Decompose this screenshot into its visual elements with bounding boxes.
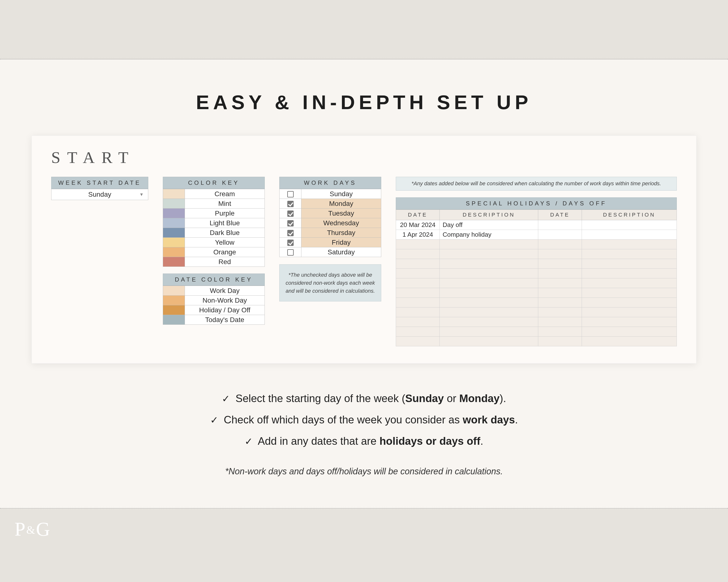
checkbox-icon xyxy=(287,230,294,236)
holidays-table: DATE DESCRIPTION DATE DESCRIPTION 20 Mar… xyxy=(396,210,677,346)
holiday-row-empty[interactable] xyxy=(396,307,677,317)
footnote: *Non-work days and days off/holidays wil… xyxy=(0,466,728,476)
color-swatch xyxy=(163,247,185,257)
work-day-row: Sunday xyxy=(280,189,381,199)
checkbox-icon xyxy=(287,220,294,226)
color-key-row: Light Blue xyxy=(163,218,265,228)
color-label: Cream xyxy=(185,189,265,199)
work-day-label: Friday xyxy=(302,238,381,247)
check-icon: ✓ xyxy=(210,415,218,425)
check-icon: ✓ xyxy=(222,393,230,404)
work-day-row: Monday xyxy=(280,199,381,209)
color-swatch xyxy=(163,315,185,325)
check-icon: ✓ xyxy=(244,436,253,447)
holidays-top-note: *Any dates added below will be considere… xyxy=(396,177,677,191)
color-key-row: Yellow xyxy=(163,238,265,247)
bottom-band: P&G xyxy=(0,508,728,547)
work-day-row: Tuesday xyxy=(280,209,381,218)
work-day-label: Sunday xyxy=(302,189,381,199)
color-key-row: Orange xyxy=(163,247,265,257)
holiday-desc[interactable]: Company holiday xyxy=(440,230,538,239)
work-day-checkbox-cell[interactable] xyxy=(280,228,302,238)
date-color-key-table: Work Day Non-Work Day Holiday / Day Off … xyxy=(163,286,265,325)
work-day-label: Tuesday xyxy=(302,209,381,218)
work-day-checkbox-cell[interactable] xyxy=(280,199,302,209)
color-key-row: Dark Blue xyxy=(163,228,265,238)
color-swatch xyxy=(163,286,185,296)
holiday-row-empty[interactable] xyxy=(396,336,677,346)
color-swatch xyxy=(163,189,185,199)
holiday-row-empty[interactable] xyxy=(396,288,677,298)
date-color-label: Work Day xyxy=(185,286,265,296)
holidays-col-desc: DESCRIPTION xyxy=(440,210,538,220)
page-title: EASY & IN-DEPTH SET UP xyxy=(0,81,728,136)
holiday-row-empty[interactable] xyxy=(396,259,677,269)
week-start-header: WEEK START DATE xyxy=(51,177,148,189)
color-label: Dark Blue xyxy=(185,228,265,238)
holiday-date[interactable]: 1 Apr 2024 xyxy=(396,230,440,239)
color-key-header: COLOR KEY xyxy=(163,177,265,189)
chevron-down-icon: ▼ xyxy=(139,192,144,197)
work-day-checkbox-cell[interactable] xyxy=(280,218,302,228)
work-day-row: Wednesday xyxy=(280,218,381,228)
holiday-desc[interactable] xyxy=(582,230,677,239)
checkbox-icon xyxy=(287,201,294,207)
work-day-checkbox-cell[interactable] xyxy=(280,189,302,199)
checkbox-icon xyxy=(287,249,294,256)
work-days-table: Sunday Monday Tuesday Wednesday Thursday… xyxy=(279,189,381,257)
date-color-label: Holiday / Day Off xyxy=(185,305,265,315)
work-days-header: WORK DAYS xyxy=(279,177,381,189)
holidays-col-date2: DATE xyxy=(538,210,582,220)
brand-logo: P&G xyxy=(15,518,50,540)
work-day-label: Thursday xyxy=(302,228,381,238)
date-color-key-header: DATE COLOR KEY xyxy=(163,274,265,286)
week-start-select[interactable]: Sunday ▼ xyxy=(51,189,148,200)
holiday-row-empty[interactable] xyxy=(396,249,677,259)
work-day-row: Thursday xyxy=(280,228,381,238)
work-day-checkbox-cell[interactable] xyxy=(280,209,302,218)
holiday-date[interactable] xyxy=(538,230,582,239)
color-key-row: Cream xyxy=(163,189,265,199)
checkbox-icon xyxy=(287,240,294,246)
work-day-label: Monday xyxy=(302,199,381,209)
date-color-label: Today's Date xyxy=(185,315,265,325)
color-label: Light Blue xyxy=(185,218,265,228)
bullet-1: ✓ Select the starting day of the week (S… xyxy=(97,388,631,409)
color-key-row: Purple xyxy=(163,209,265,218)
work-day-label: Saturday xyxy=(302,247,381,257)
color-label: Yellow xyxy=(185,238,265,247)
feature-bullets: ✓ Select the starting day of the week (S… xyxy=(97,388,631,452)
date-color-key-row: Today's Date xyxy=(163,315,265,325)
holiday-row-empty[interactable] xyxy=(396,298,677,307)
holiday-row[interactable]: 1 Apr 2024 Company holiday xyxy=(396,230,677,239)
holiday-row[interactable]: 20 Mar 2024 Day off xyxy=(396,220,677,230)
color-key-column: COLOR KEY Cream Mint Purple Light Blue D… xyxy=(163,177,265,325)
holiday-row-empty[interactable] xyxy=(396,327,677,336)
week-start-column: WEEK START DATE Sunday ▼ xyxy=(51,177,148,200)
color-swatch xyxy=(163,296,185,305)
bullet-2: ✓ Check off which days of the week you c… xyxy=(97,409,631,431)
work-days-note: *The unchecked days above will be consid… xyxy=(279,264,381,301)
holiday-row-empty[interactable] xyxy=(396,269,677,278)
holidays-header: SPECIAL HOLIDAYS / DAYS OFF xyxy=(396,197,677,210)
date-color-label: Non-Work Day xyxy=(185,296,265,305)
holiday-date[interactable]: 20 Mar 2024 xyxy=(396,220,440,230)
week-start-value: Sunday xyxy=(88,191,111,198)
spreadsheet-card: START WEEK START DATE Sunday ▼ COLOR KEY… xyxy=(31,136,697,363)
holiday-date[interactable] xyxy=(538,220,582,230)
holiday-desc[interactable] xyxy=(582,220,677,230)
checkbox-icon xyxy=(287,211,294,217)
holiday-row-empty[interactable] xyxy=(396,239,677,249)
color-swatch xyxy=(163,218,185,228)
holiday-row-empty[interactable] xyxy=(396,317,677,327)
holiday-row-empty[interactable] xyxy=(396,278,677,288)
bullet-3: ✓ Add in any dates that are holidays or … xyxy=(97,431,631,452)
holiday-desc[interactable]: Day off xyxy=(440,220,538,230)
work-day-label: Wednesday xyxy=(302,218,381,228)
holidays-column: *Any dates added below will be considere… xyxy=(396,177,677,346)
date-color-key-row: Non-Work Day xyxy=(163,296,265,305)
work-day-checkbox-cell[interactable] xyxy=(280,247,302,257)
work-day-checkbox-cell[interactable] xyxy=(280,238,302,247)
color-label: Orange xyxy=(185,247,265,257)
color-swatch xyxy=(163,305,185,315)
